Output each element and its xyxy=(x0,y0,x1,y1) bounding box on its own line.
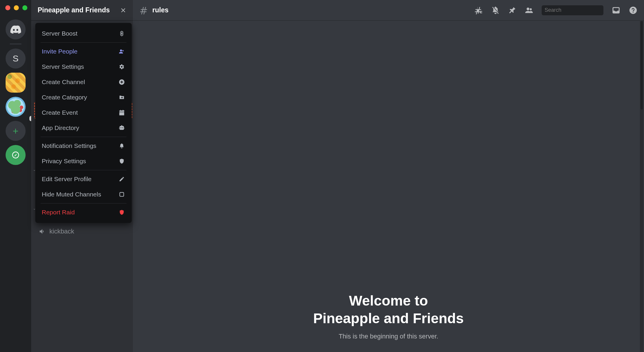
scrollbar-track[interactable] xyxy=(640,21,643,352)
menu-create-channel[interactable]: Create Channel xyxy=(39,74,128,90)
menu-label: App Directory xyxy=(42,124,79,131)
server-icon-globe[interactable] xyxy=(6,97,26,117)
menu-app-directory[interactable]: App Directory xyxy=(39,120,128,136)
menu-label: Edit Server Profile xyxy=(42,176,91,183)
home-dm-button[interactable] xyxy=(6,19,26,39)
search-input[interactable] xyxy=(545,7,613,13)
gear-icon xyxy=(118,64,125,70)
main-panel: rules xyxy=(133,0,644,352)
topbar: rules xyxy=(133,0,644,21)
menu-server-settings[interactable]: Server Settings xyxy=(39,59,128,74)
menu-invite-people[interactable]: Invite People xyxy=(39,44,128,59)
help-button[interactable] xyxy=(629,6,638,15)
threads-button[interactable] xyxy=(474,6,483,15)
chat-body: Welcome to Pineapple and Friends This is… xyxy=(133,21,644,352)
bell-icon xyxy=(118,143,125,149)
bell-slash-icon xyxy=(491,6,500,15)
people-icon xyxy=(525,6,533,14)
guild-header[interactable]: Pineapple and Friends xyxy=(31,0,133,21)
menu-create-category[interactable]: Create Category xyxy=(39,90,128,105)
inbox-button[interactable] xyxy=(612,6,620,14)
person-plus-icon xyxy=(118,49,125,54)
window-traffic-lights xyxy=(5,5,27,10)
add-server-button[interactable]: + xyxy=(6,121,26,141)
shield-alert-icon xyxy=(118,209,125,216)
explore-servers-button[interactable] xyxy=(6,145,26,165)
menu-label: Create Event xyxy=(42,109,78,116)
menu-edit-server-profile[interactable]: Edit Server Profile xyxy=(39,171,128,187)
rail-separator xyxy=(10,44,21,44)
channel-name: rules xyxy=(152,6,168,14)
menu-create-event[interactable]: Create Event xyxy=(39,105,128,120)
pin-icon xyxy=(508,6,516,14)
menu-label: Invite People xyxy=(42,48,77,55)
server-icon-s[interactable]: S xyxy=(6,49,26,69)
compass-icon xyxy=(11,151,20,159)
menu-separator xyxy=(41,203,126,203)
welcome-heading: Welcome to Pineapple and Friends xyxy=(313,292,464,327)
menu-notification-settings[interactable]: Notification Settings xyxy=(39,138,128,154)
menu-label: Server Boost xyxy=(42,30,77,37)
menu-label: Report Raid xyxy=(42,209,75,216)
close-icon xyxy=(120,7,126,14)
welcome-line2: Pineapple and Friends xyxy=(313,310,464,327)
voice-channel-kickback[interactable]: kickback xyxy=(34,225,130,238)
menu-hide-muted-channels[interactable]: Hide Muted Channels xyxy=(39,187,128,202)
menu-separator xyxy=(41,42,126,43)
threads-icon xyxy=(474,6,483,15)
svg-point-5 xyxy=(630,6,637,14)
pinned-messages-button[interactable] xyxy=(508,6,516,14)
robot-icon xyxy=(118,125,125,131)
welcome-line1: Welcome to xyxy=(313,292,464,310)
welcome-subtext: This is the beginning of this server. xyxy=(339,333,438,340)
speaker-icon xyxy=(39,228,46,235)
guild-header-close-icon[interactable] xyxy=(120,7,126,14)
folder-plus-icon xyxy=(118,94,125,100)
window-close-dot[interactable] xyxy=(5,5,10,10)
boost-icon xyxy=(118,30,125,37)
checkbox-empty-icon xyxy=(118,191,125,197)
menu-privacy-settings[interactable]: Privacy Settings xyxy=(39,154,128,169)
notifications-muted-button[interactable] xyxy=(491,6,500,15)
svg-rect-2 xyxy=(120,192,124,196)
menu-server-boost[interactable]: Server Boost xyxy=(39,26,128,41)
scrollbar-thumb[interactable] xyxy=(640,21,643,109)
calendar-plus-icon xyxy=(118,109,125,116)
server-rail: S + xyxy=(0,0,31,352)
menu-label: Create Channel xyxy=(42,79,85,86)
server-dropdown-menu: Server Boost Invite People Server Settin… xyxy=(35,23,132,223)
member-list-button[interactable] xyxy=(525,6,533,14)
menu-label: Privacy Settings xyxy=(42,158,86,165)
menu-separator xyxy=(41,137,126,137)
window-minimize-dot[interactable] xyxy=(14,5,19,10)
discord-logo-icon xyxy=(10,25,21,34)
guild-name: Pineapple and Friends xyxy=(38,6,110,14)
channel-label: kickback xyxy=(49,228,74,235)
menu-label: Server Settings xyxy=(42,63,84,70)
hash-icon xyxy=(139,6,148,15)
window-zoom-dot[interactable] xyxy=(22,5,27,10)
server-icon-pineapple[interactable] xyxy=(6,73,26,93)
menu-label: Create Category xyxy=(42,94,87,101)
inbox-icon xyxy=(612,6,620,14)
channel-sidebar: Pineapple and Friends ⌄ ⌄ gaming kickbac… xyxy=(31,0,133,352)
menu-label: Hide Muted Channels xyxy=(42,191,101,198)
help-icon xyxy=(629,6,638,15)
menu-separator xyxy=(41,170,126,170)
shield-star-icon xyxy=(118,158,125,164)
circle-plus-icon xyxy=(118,79,125,85)
pencil-icon xyxy=(118,176,125,182)
menu-label: Notification Settings xyxy=(42,142,96,149)
menu-report-raid[interactable]: Report Raid xyxy=(39,205,128,220)
search-box[interactable] xyxy=(542,5,603,15)
